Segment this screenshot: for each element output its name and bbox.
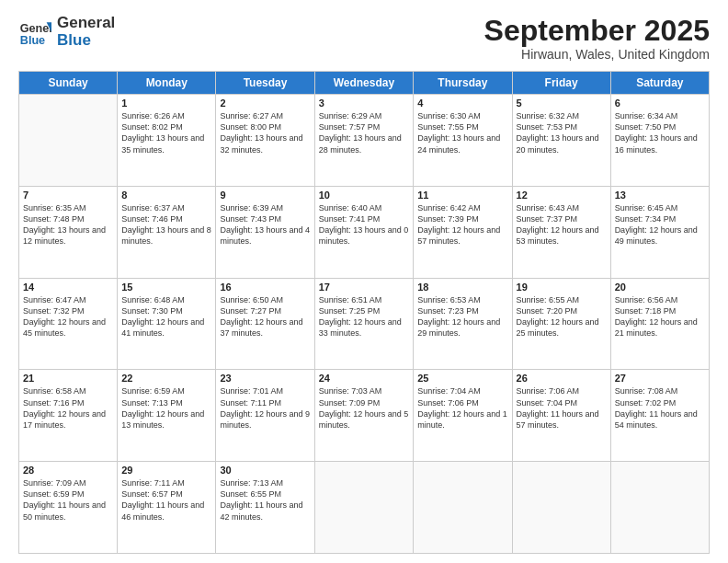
cell-info: Sunrise: 6:47 AMSunset: 7:32 PMDaylight:… <box>23 294 113 339</box>
day-cell: 26Sunrise: 7:06 AMSunset: 7:04 PMDayligh… <box>512 370 610 462</box>
cell-info: Sunrise: 6:35 AMSunset: 7:48 PMDaylight:… <box>23 202 113 247</box>
day-number: 26 <box>517 373 607 384</box>
day-cell: 1Sunrise: 6:26 AMSunset: 8:02 PMDaylight… <box>118 95 216 187</box>
day-number: 9 <box>220 190 310 201</box>
day-cell: 4Sunrise: 6:30 AMSunset: 7:55 PMDaylight… <box>414 95 512 187</box>
day-number: 13 <box>615 190 705 201</box>
cell-info: Sunrise: 6:39 AMSunset: 7:43 PMDaylight:… <box>220 202 310 247</box>
day-number: 12 <box>517 190 607 201</box>
day-cell: 27Sunrise: 7:08 AMSunset: 7:02 PMDayligh… <box>610 370 709 462</box>
day-number: 30 <box>220 465 310 476</box>
day-cell: 7Sunrise: 6:35 AMSunset: 7:48 PMDaylight… <box>19 186 118 278</box>
day-cell: 22Sunrise: 6:59 AMSunset: 7:13 PMDayligh… <box>118 370 216 462</box>
month-title: September 2025 <box>484 15 710 47</box>
day-cell: 20Sunrise: 6:56 AMSunset: 7:18 PMDayligh… <box>610 278 709 370</box>
day-cell: 9Sunrise: 6:39 AMSunset: 7:43 PMDaylight… <box>216 186 314 278</box>
col-header-saturday: Saturday <box>610 72 709 95</box>
cell-info: Sunrise: 6:30 AMSunset: 7:55 PMDaylight:… <box>417 110 507 155</box>
cell-info: Sunrise: 6:53 AMSunset: 7:23 PMDaylight:… <box>417 294 507 339</box>
day-number: 23 <box>220 373 310 384</box>
day-cell: 15Sunrise: 6:48 AMSunset: 7:30 PMDayligh… <box>118 278 216 370</box>
day-cell: 3Sunrise: 6:29 AMSunset: 7:57 PMDaylight… <box>314 95 414 187</box>
day-number: 8 <box>121 190 211 201</box>
cell-info: Sunrise: 6:32 AMSunset: 7:53 PMDaylight:… <box>517 110 607 155</box>
day-number: 27 <box>615 373 705 384</box>
cell-info: Sunrise: 6:34 AMSunset: 7:50 PMDaylight:… <box>615 110 705 155</box>
day-cell: 10Sunrise: 6:40 AMSunset: 7:41 PMDayligh… <box>314 186 414 278</box>
day-cell <box>314 462 414 554</box>
cell-info: Sunrise: 7:03 AMSunset: 7:09 PMDaylight:… <box>319 385 410 431</box>
cell-info: Sunrise: 6:55 AMSunset: 7:20 PMDaylight:… <box>517 294 607 339</box>
day-number: 25 <box>417 373 507 384</box>
day-number: 14 <box>23 282 113 293</box>
day-number: 21 <box>23 373 113 384</box>
day-number: 11 <box>417 190 507 201</box>
cell-info: Sunrise: 6:27 AMSunset: 8:00 PMDaylight:… <box>220 110 310 155</box>
cell-info: Sunrise: 7:11 AMSunset: 6:57 PMDaylight:… <box>121 477 211 523</box>
week-row-5: 28Sunrise: 7:09 AMSunset: 6:59 PMDayligh… <box>19 462 710 554</box>
cell-info: Sunrise: 6:59 AMSunset: 7:13 PMDaylight:… <box>121 385 211 431</box>
col-header-friday: Friday <box>512 72 610 95</box>
day-cell: 14Sunrise: 6:47 AMSunset: 7:32 PMDayligh… <box>19 278 118 370</box>
location: Hirwaun, Wales, United Kingdom <box>484 47 710 62</box>
day-cell: 2Sunrise: 6:27 AMSunset: 8:00 PMDaylight… <box>216 95 314 187</box>
cell-info: Sunrise: 6:50 AMSunset: 7:27 PMDaylight:… <box>220 294 310 339</box>
day-number: 2 <box>220 98 310 109</box>
day-number: 7 <box>23 190 113 201</box>
day-number: 18 <box>417 282 507 293</box>
cell-info: Sunrise: 6:37 AMSunset: 7:46 PMDaylight:… <box>121 202 211 247</box>
day-cell: 8Sunrise: 6:37 AMSunset: 7:46 PMDaylight… <box>118 186 216 278</box>
logo-icon: General Blue <box>18 16 51 49</box>
day-cell: 13Sunrise: 6:45 AMSunset: 7:34 PMDayligh… <box>610 186 709 278</box>
week-row-3: 14Sunrise: 6:47 AMSunset: 7:32 PMDayligh… <box>19 278 710 370</box>
col-header-thursday: Thursday <box>414 72 512 95</box>
cell-info: Sunrise: 7:09 AMSunset: 6:59 PMDaylight:… <box>23 477 113 523</box>
header-row: SundayMondayTuesdayWednesdayThursdayFrid… <box>19 72 710 95</box>
day-cell: 19Sunrise: 6:55 AMSunset: 7:20 PMDayligh… <box>512 278 610 370</box>
col-header-sunday: Sunday <box>19 72 118 95</box>
cell-info: Sunrise: 7:13 AMSunset: 6:55 PMDaylight:… <box>220 477 310 523</box>
day-cell: 23Sunrise: 7:01 AMSunset: 7:11 PMDayligh… <box>216 370 314 462</box>
day-number: 3 <box>319 98 410 109</box>
day-number: 17 <box>319 282 410 293</box>
day-number: 19 <box>517 282 607 293</box>
day-cell <box>414 462 512 554</box>
day-cell <box>610 462 709 554</box>
logo-text-blue: Blue <box>57 32 115 50</box>
day-number: 16 <box>220 282 310 293</box>
day-cell: 21Sunrise: 6:58 AMSunset: 7:16 PMDayligh… <box>19 370 118 462</box>
day-number: 15 <box>121 282 211 293</box>
day-cell: 28Sunrise: 7:09 AMSunset: 6:59 PMDayligh… <box>19 462 118 554</box>
cell-info: Sunrise: 7:08 AMSunset: 7:02 PMDaylight:… <box>615 385 705 431</box>
cell-info: Sunrise: 7:06 AMSunset: 7:04 PMDaylight:… <box>517 385 607 431</box>
day-cell <box>512 462 610 554</box>
cell-info: Sunrise: 6:26 AMSunset: 8:02 PMDaylight:… <box>121 110 211 155</box>
cell-info: Sunrise: 6:51 AMSunset: 7:25 PMDaylight:… <box>319 294 410 339</box>
day-cell: 25Sunrise: 7:04 AMSunset: 7:06 PMDayligh… <box>414 370 512 462</box>
day-cell: 30Sunrise: 7:13 AMSunset: 6:55 PMDayligh… <box>216 462 314 554</box>
cell-info: Sunrise: 6:29 AMSunset: 7:57 PMDaylight:… <box>319 110 410 155</box>
col-header-monday: Monday <box>118 72 216 95</box>
logo-text-general: General <box>57 15 115 32</box>
day-cell: 17Sunrise: 6:51 AMSunset: 7:25 PMDayligh… <box>314 278 414 370</box>
cell-info: Sunrise: 7:04 AMSunset: 7:06 PMDaylight:… <box>417 385 507 431</box>
cell-info: Sunrise: 6:43 AMSunset: 7:37 PMDaylight:… <box>517 202 607 247</box>
week-row-4: 21Sunrise: 6:58 AMSunset: 7:16 PMDayligh… <box>19 370 710 462</box>
day-number: 29 <box>121 465 211 476</box>
day-cell: 18Sunrise: 6:53 AMSunset: 7:23 PMDayligh… <box>414 278 512 370</box>
day-number: 6 <box>615 98 705 109</box>
day-number: 5 <box>517 98 607 109</box>
cell-info: Sunrise: 6:58 AMSunset: 7:16 PMDaylight:… <box>23 385 113 431</box>
day-cell: 6Sunrise: 6:34 AMSunset: 7:50 PMDaylight… <box>610 95 709 187</box>
day-number: 1 <box>121 98 211 109</box>
day-number: 4 <box>417 98 507 109</box>
day-number: 22 <box>121 373 211 384</box>
day-cell: 11Sunrise: 6:42 AMSunset: 7:39 PMDayligh… <box>414 186 512 278</box>
day-number: 24 <box>319 373 410 384</box>
day-number: 20 <box>615 282 705 293</box>
week-row-1: 1Sunrise: 6:26 AMSunset: 8:02 PMDaylight… <box>19 95 710 187</box>
title-block: September 2025 Hirwaun, Wales, United Ki… <box>484 15 710 62</box>
day-cell: 16Sunrise: 6:50 AMSunset: 7:27 PMDayligh… <box>216 278 314 370</box>
svg-text:Blue: Blue <box>20 33 45 46</box>
cell-info: Sunrise: 6:48 AMSunset: 7:30 PMDaylight:… <box>121 294 211 339</box>
